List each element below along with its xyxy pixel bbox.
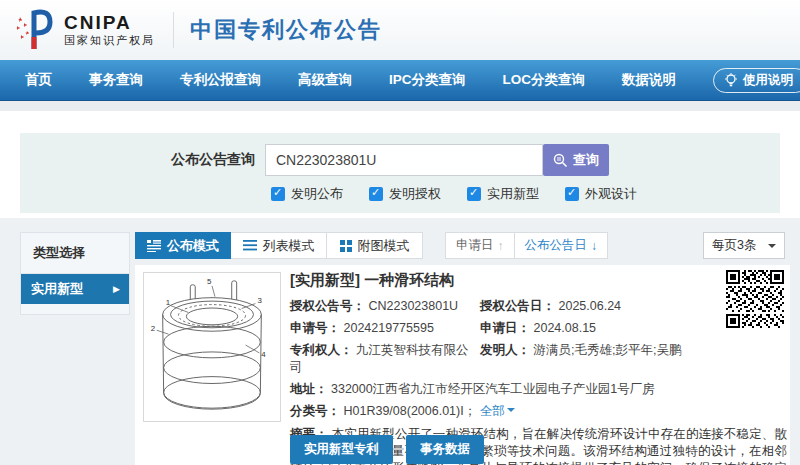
list-mode-icon [243, 240, 257, 251]
nav-item-ipc[interactable]: IPC分类查询 [389, 71, 466, 89]
search-label: 公布公告查询 [20, 151, 255, 169]
sidebar-item-utility-model[interactable]: 实用新型 ▶ [21, 274, 129, 304]
sort-by-application-date[interactable]: 申请日 [445, 232, 515, 259]
nav-item-gazette[interactable]: 专利公报查询 [180, 71, 261, 89]
cnipa-logo-icon [14, 9, 58, 51]
logo-acronym: CNIPA [64, 13, 155, 33]
nav-item-loc[interactable]: LOC分类查询 [503, 71, 586, 89]
sort-label: 申请日 [456, 237, 494, 254]
patent-category: [实用新型] [290, 271, 360, 288]
header-divider [173, 12, 174, 48]
field-grant-number: 授权公告号： CN223023801U [290, 298, 480, 315]
arrow-down-icon [591, 239, 597, 253]
figure-label: 5 [207, 277, 212, 286]
patent-title[interactable]: [实用新型] 一种滑环结构 [290, 271, 714, 290]
field-address: 地址： 332000江西省九江市经开区汽车工业园电子产业园1号厂房 [290, 381, 785, 398]
search-panel: 公布公告查询 查询 发明公布 发明授权 实用新型 [20, 133, 780, 213]
field-inventors: 发明人： 游满员;毛秀雄;彭平年;吴鹏 [480, 342, 714, 376]
nav-item-advanced[interactable]: 高级查询 [298, 71, 352, 89]
nav-item-affairs[interactable]: 事务查询 [89, 71, 143, 89]
tab-label: 列表模式 [263, 237, 315, 255]
filter-label: 发明授权 [389, 185, 441, 203]
filter-invention-publish[interactable]: 发明公布 [271, 185, 343, 203]
search-button[interactable]: 查询 [543, 144, 609, 176]
nav-item-home[interactable]: 首页 [25, 71, 52, 89]
figure-label: 1 [166, 298, 170, 307]
page: CNIPA 国家知识产权局 中国专利公布公告 首页 事务查询 专利公报查询 高级… [0, 0, 800, 465]
tab-label: 公布模式 [167, 237, 219, 255]
logo-org: 国家知识产权局 [64, 33, 155, 48]
cnipa-logo[interactable]: CNIPA 国家知识产权局 [14, 9, 155, 51]
search-button-label: 查询 [573, 151, 599, 169]
search-input[interactable] [265, 144, 543, 176]
result-card: 1 2 3 4 5 [135, 265, 790, 465]
field-application-date: 申请日： 2024.08.15 [480, 320, 714, 337]
publish-mode-icon [147, 240, 161, 252]
sidebar-title: 类型选择 [21, 233, 129, 274]
field-grid: 授权公告号： CN223023801U 授权公告日： 2025.06.24 申请… [290, 298, 714, 376]
page-size-select[interactable]: 每页3条 [703, 232, 785, 259]
filter-utility-model[interactable]: 实用新型 [467, 185, 539, 203]
nav-item-data-desc[interactable]: 数据说明 [622, 71, 676, 89]
view-mode-tabs: 公布模式 列表模式 附图模式 [135, 232, 423, 259]
qr-code[interactable] [726, 270, 784, 328]
field-application-number: 申请号： 2024219775595 [290, 320, 480, 337]
search-row: 公布公告查询 查询 [20, 144, 780, 176]
classification-all-link[interactable]: 全部 [480, 404, 505, 418]
affairs-data-button[interactable]: 事务数据 [406, 435, 484, 464]
filter-label: 实用新型 [487, 185, 539, 203]
help-label: 使用说明 [743, 72, 793, 89]
arrow-up-icon [498, 239, 504, 253]
patent-name: 一种滑环结构 [364, 271, 454, 288]
filter-label: 发明公布 [291, 185, 343, 203]
action-buttons: 实用新型专利 事务数据 [290, 435, 484, 464]
checkbox-checked-icon[interactable] [369, 187, 383, 201]
chevron-right-icon: ▶ [113, 284, 120, 294]
type-filters: 发明公布 发明授权 实用新型 外观设计 [271, 185, 637, 203]
checkbox-checked-icon[interactable] [565, 187, 579, 201]
figure-label: 3 [257, 296, 262, 305]
sort-label: 公布公告日 [525, 237, 588, 254]
help-button[interactable]: 使用说明 [713, 68, 800, 93]
field-classification: 分类号： H01R39/08(2006.01)I； 全部 [290, 403, 785, 420]
sort-by-publication-date[interactable]: 公布公告日 [515, 232, 609, 259]
site-header: CNIPA 国家知识产权局 中国专利公布公告 [0, 0, 800, 60]
lightbulb-icon [724, 73, 738, 89]
logo-text: CNIPA 国家知识产权局 [64, 13, 155, 48]
field-patentee: 专利权人： 九江英智科技有限公司 [290, 342, 480, 376]
site-title: 中国专利公布公告 [190, 15, 382, 45]
divider-strip [0, 101, 800, 111]
filter-label: 外观设计 [585, 185, 637, 203]
tab-label: 附图模式 [358, 237, 410, 255]
tab-figure-mode[interactable]: 附图模式 [327, 232, 423, 259]
result-toolbar: 公布模式 列表模式 附图模式 [135, 232, 790, 259]
figure-mode-icon [340, 240, 352, 252]
tab-list-mode[interactable]: 列表模式 [231, 232, 327, 259]
type-sidebar: 类型选择 实用新型 ▶ [20, 232, 130, 315]
utility-patent-button[interactable]: 实用新型专利 [290, 435, 393, 464]
sidebar-item-label: 实用新型 [31, 280, 83, 298]
tab-publish-mode[interactable]: 公布模式 [135, 232, 231, 259]
main-nav: 首页 事务查询 专利公报查询 高级查询 IPC分类查询 LOC分类查询 数据说明… [0, 60, 800, 101]
patent-figure[interactable]: 1 2 3 4 5 [143, 272, 281, 422]
content-area: 类型选择 实用新型 ▶ 公布模式 [0, 218, 800, 465]
search-icon [553, 153, 568, 168]
field-grant-date: 授权公告日： 2025.06.24 [480, 298, 714, 315]
dropdown-triangle-icon [507, 408, 515, 416]
filter-invention-grant[interactable]: 发明授权 [369, 185, 441, 203]
checkbox-checked-icon[interactable] [271, 187, 285, 201]
filter-design[interactable]: 外观设计 [565, 185, 637, 203]
figure-label: 2 [151, 324, 155, 333]
checkbox-checked-icon[interactable] [467, 187, 481, 201]
figure-label: 4 [261, 350, 266, 359]
sort-controls: 申请日 公布公告日 [445, 232, 608, 259]
